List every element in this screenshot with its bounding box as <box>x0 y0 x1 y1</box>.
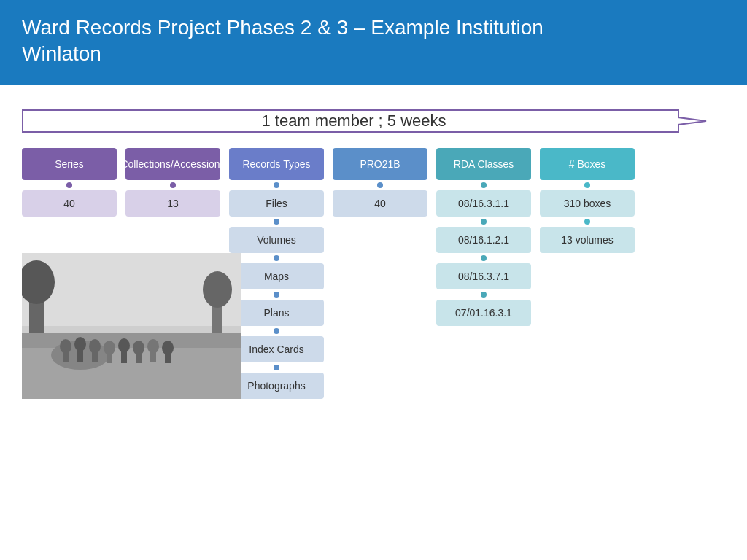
records-types-dot-1 <box>274 182 279 188</box>
rda-value-4: 07/01.16.3.1 <box>436 300 531 326</box>
records-types-column: Records Types Files Volumes Maps Plans I… <box>229 148 324 399</box>
pro21b-header: PRO21B <box>333 148 427 180</box>
boxes-dot-1 <box>584 182 590 188</box>
main-content: 1 team member ; 5 weeks Series 40 Collec… <box>0 85 747 413</box>
records-types-dot-6 <box>274 365 279 370</box>
records-types-dot-5 <box>274 328 279 334</box>
boxes-value-1: 310 boxes <box>540 190 635 217</box>
records-types-value-5: Index Cards <box>229 336 324 362</box>
pro21b-value-1: 40 <box>333 190 427 217</box>
series-value-1: 40 <box>22 190 117 217</box>
records-types-value-6: Photographs <box>229 373 324 399</box>
boxes-column: # Boxes 310 boxes 13 volumes <box>540 148 635 253</box>
records-types-dot-3 <box>274 255 279 261</box>
records-types-dot-2 <box>274 219 279 225</box>
rda-dot-1 <box>481 182 487 188</box>
page-title: Ward Records Project Phases 2 & 3 – Exam… <box>22 15 725 68</box>
records-types-dot-4 <box>274 292 279 298</box>
records-types-value-3: Maps <box>229 263 324 289</box>
rda-value-2: 08/16.1.2.1 <box>436 227 531 253</box>
series-header: Series <box>22 148 117 180</box>
series-dot-1 <box>66 182 72 188</box>
rda-classes-column: RDA Classes 08/16.3.1.1 08/16.1.2.1 08/1… <box>436 148 531 326</box>
collections-header: Collections/Accessions <box>125 148 220 180</box>
boxes-header: # Boxes <box>540 148 635 180</box>
records-types-value-1: Files <box>229 190 324 217</box>
timeline-row: 1 team member ; 5 weeks <box>22 107 725 135</box>
rda-value-1: 08/16.3.1.1 <box>436 190 531 217</box>
page-header: Ward Records Project Phases 2 & 3 – Exam… <box>0 0 747 85</box>
records-types-value-4: Plans <box>229 300 324 326</box>
timeline-arrow: 1 team member ; 5 weeks <box>22 107 708 135</box>
pro21b-dot-1 <box>377 182 383 188</box>
collections-column: Collections/Accessions 13 <box>125 148 220 217</box>
collections-value-1: 13 <box>125 190 220 217</box>
rda-classes-header: RDA Classes <box>436 148 531 180</box>
boxes-value-2: 13 volumes <box>540 227 635 253</box>
rda-dot-3 <box>481 255 487 261</box>
rda-dot-2 <box>481 219 487 225</box>
records-types-header: Records Types <box>229 148 324 180</box>
collections-dot-1 <box>170 182 176 188</box>
svg-rect-26 <box>22 253 241 399</box>
records-types-value-2: Volumes <box>229 227 324 253</box>
rda-value-3: 08/16.3.7.1 <box>436 263 531 289</box>
timeline-label: 1 team member ; 5 weeks <box>22 112 686 131</box>
boxes-dot-2 <box>584 219 590 225</box>
photo-area <box>22 253 241 399</box>
rda-dot-4 <box>481 292 487 298</box>
series-column: Series 40 <box>22 148 117 217</box>
pro21b-column: PRO21B 40 <box>333 148 427 217</box>
